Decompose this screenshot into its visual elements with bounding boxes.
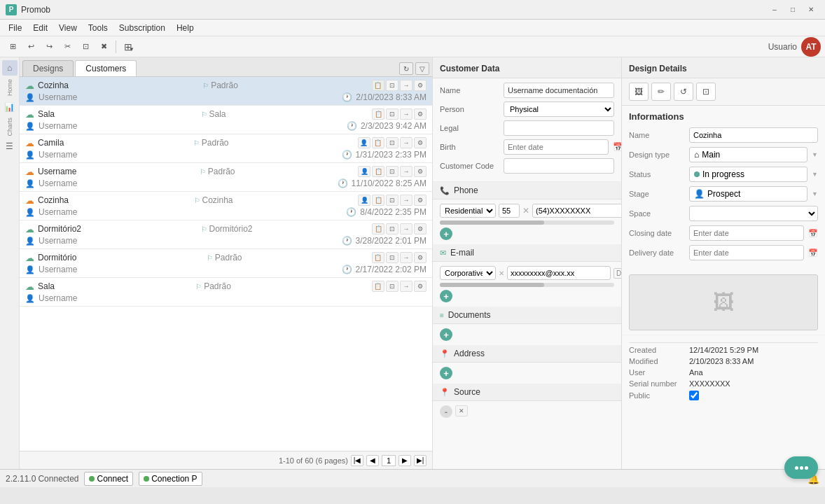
user-avatar[interactable]: AT — [801, 37, 821, 57]
action-arrow[interactable]: → — [400, 80, 412, 91]
calendar-icon[interactable]: 📅 — [613, 142, 621, 152]
email-accordion-header[interactable]: ✉ E-mail — [433, 244, 621, 262]
action-view[interactable]: ⊡ — [386, 281, 398, 292]
action-copy[interactable]: 📋 — [372, 137, 384, 148]
action-view[interactable]: ⊡ — [386, 166, 398, 177]
action-settings[interactable]: ⚙ — [414, 108, 427, 120]
design-tool-share[interactable]: ⊡ — [696, 83, 716, 101]
toolbar-new[interactable]: ⊞ — [4, 39, 21, 55]
action-settings[interactable]: ⚙ — [414, 195, 427, 206]
page-first-button[interactable]: |◀ — [351, 455, 363, 466]
email-input[interactable] — [507, 266, 611, 280]
action-arrow[interactable]: → — [400, 137, 412, 148]
design-tool-history[interactable]: ↺ — [674, 83, 693, 101]
action-copy[interactable]: 📋 — [372, 195, 384, 206]
closing-date-input[interactable] — [689, 225, 804, 241]
tab-refresh-button[interactable]: ↻ — [399, 62, 413, 75]
action-arrow[interactable]: → — [400, 223, 412, 234]
action-copy[interactable]: 📋 — [372, 108, 384, 120]
action-settings[interactable]: ⚙ — [414, 223, 427, 234]
action-user[interactable]: 👤 — [358, 166, 370, 177]
source-accordion-header[interactable]: 📍 Source — [433, 384, 621, 401]
tab-filter-button[interactable]: ▽ — [415, 62, 429, 75]
action-arrow[interactable]: → — [400, 281, 412, 292]
sidebar-item-list[interactable]: ☰ — [2, 139, 18, 154]
chat-button[interactable] — [784, 456, 818, 479]
action-copy[interactable]: 📋 — [372, 80, 384, 91]
sidebar-item-home[interactable]: ⌂ — [2, 60, 18, 76]
add-address-button[interactable]: + — [440, 367, 452, 379]
tab-designs[interactable]: Designs — [22, 60, 74, 76]
toolbar-delete[interactable]: ✖ — [95, 39, 112, 55]
connection-button[interactable]: Conection P — [139, 472, 202, 486]
add-phone-button[interactable]: + — [440, 227, 452, 240]
email-type-select[interactable]: Corporative Personal — [440, 266, 496, 280]
page-last-button[interactable]: ▶| — [414, 455, 427, 466]
menu-view[interactable]: View — [53, 22, 83, 34]
add-email-button[interactable]: + — [440, 290, 452, 302]
action-user[interactable]: 👤 — [358, 195, 370, 206]
connect-button[interactable]: Connect — [84, 472, 133, 486]
phone-type-select[interactable]: Residential Mobile Commercial — [440, 204, 496, 218]
address-accordion-header[interactable]: 📍 Address — [433, 345, 621, 363]
design-tool-edit[interactable]: ✏ — [651, 83, 671, 101]
action-settings[interactable]: ⚙ — [414, 281, 427, 292]
list-item[interactable]: ☁ Camila ⚐ Padrão 👤 📋 ⊡ → ⚙ — [20, 134, 432, 163]
design-space-select[interactable] — [689, 206, 818, 221]
closing-cal-icon[interactable]: 📅 — [808, 229, 818, 238]
action-view[interactable]: ⊡ — [386, 223, 398, 234]
action-copy[interactable]: 📋 — [372, 281, 384, 292]
page-number-input[interactable] — [382, 455, 396, 466]
close-button[interactable]: ✕ — [803, 3, 819, 17]
page-next-button[interactable]: ▶ — [398, 455, 411, 466]
delivery-date-input[interactable] — [689, 245, 804, 260]
toolbar-redo[interactable]: ↪ — [41, 39, 57, 55]
name-input[interactable] — [504, 83, 614, 98]
menu-tools[interactable]: Tools — [83, 22, 113, 34]
action-copy[interactable]: 📋 — [372, 166, 384, 177]
minimize-button[interactable]: – — [766, 3, 783, 17]
action-settings[interactable]: ⚙ — [414, 137, 427, 148]
sidebar-item-charts[interactable]: 📊 — [2, 99, 18, 115]
phone-accordion-header[interactable]: 📞 Phone — [433, 182, 621, 200]
action-copy[interactable]: 📋 — [372, 223, 384, 234]
list-item[interactable]: ☁ Sala ⚐ Padrão 📋 ⊡ → ⚙ — [20, 278, 432, 307]
toolbar-grid[interactable]: ⊞▼ — [120, 39, 137, 55]
toolbar-undo[interactable]: ↩ — [22, 39, 39, 55]
tab-customers[interactable]: Customers — [75, 60, 137, 76]
menu-file[interactable]: File — [3, 22, 27, 34]
action-view[interactable]: ⊡ — [386, 137, 398, 148]
action-view[interactable]: ⊡ — [386, 195, 398, 206]
list-item[interactable]: ☁ Cozinha ⚐ Cozinha 👤 📋 ⊡ → ⚙ — [20, 192, 432, 220]
action-view[interactable]: ⊡ — [386, 108, 398, 120]
list-item[interactable]: ☁ Username ⚐ Padrão 👤 📋 ⊡ → ⚙ — [20, 163, 432, 192]
action-view[interactable]: ⊡ — [386, 80, 398, 91]
design-name-input[interactable] — [689, 127, 818, 143]
phone-country-input[interactable] — [499, 204, 520, 218]
action-arrow[interactable]: → — [400, 108, 412, 120]
person-select[interactable]: Physical Legal — [504, 102, 614, 117]
action-settings[interactable]: ⚙ — [414, 252, 427, 263]
action-arrow[interactable]: → — [400, 252, 412, 263]
customer-code-input[interactable] — [504, 158, 614, 174]
phone-number-input[interactable] — [532, 204, 621, 218]
public-checkbox[interactable] — [689, 391, 699, 400]
delivery-cal-icon[interactable]: 📅 — [808, 248, 818, 258]
list-item[interactable]: ☁ Dormitório ⚐ Padrão 📋 ⊡ → ⚙ — [20, 249, 432, 278]
menu-help[interactable]: Help — [171, 22, 200, 34]
action-settings[interactable]: ⚙ — [414, 166, 427, 177]
action-arrow[interactable]: → — [400, 195, 412, 206]
source-action[interactable]: ✕ — [455, 405, 468, 416]
legal-input[interactable] — [504, 120, 614, 136]
add-source-button[interactable]: - — [440, 405, 452, 418]
birth-input[interactable] — [504, 139, 609, 155]
action-arrow[interactable]: → — [400, 166, 412, 177]
list-item[interactable]: ☁ Dormitório2 ⚐ Dormitório2 📋 ⊡ → ⚙ — [20, 220, 432, 249]
action-settings[interactable]: ⚙ — [414, 80, 427, 91]
action-copy[interactable]: 📋 — [372, 252, 384, 263]
design-tool-image[interactable]: 🖼 — [629, 83, 649, 101]
list-item[interactable]: ☁ Sala ⚐ Sala 📋 ⊡ → ⚙ — [20, 106, 432, 134]
documents-accordion-header[interactable]: ≡ Documents — [433, 307, 621, 324]
page-prev-button[interactable]: ◀ — [366, 455, 379, 466]
add-document-button[interactable]: + — [440, 328, 452, 341]
